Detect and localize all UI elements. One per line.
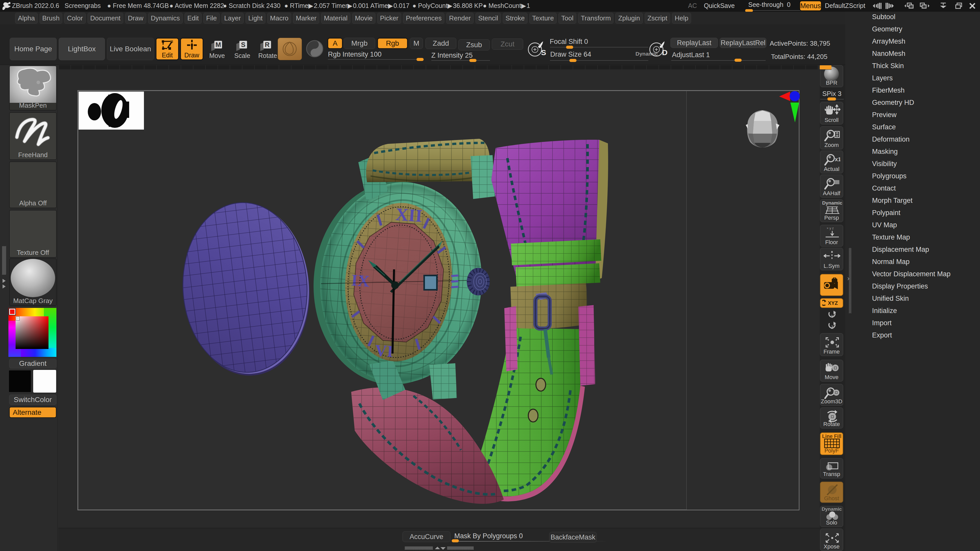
svg-text:D: D [662, 48, 668, 57]
svg-text:XII: XII [395, 204, 423, 226]
svg-text:M: M [215, 41, 221, 48]
svg-text:x1: x1 [835, 156, 840, 162]
svg-text:Z: Z [831, 325, 834, 330]
svg-text:S: S [241, 41, 245, 48]
svg-text:S: S [541, 48, 546, 57]
svg-text:× y z: × y z [827, 226, 834, 230]
svg-text:R: R [265, 41, 270, 48]
svg-text:VI: VI [374, 341, 394, 360]
svg-text:XYZ: XYZ [828, 300, 838, 306]
svg-text:Y: Y [831, 314, 834, 319]
svg-text:IX: IX [351, 271, 370, 290]
